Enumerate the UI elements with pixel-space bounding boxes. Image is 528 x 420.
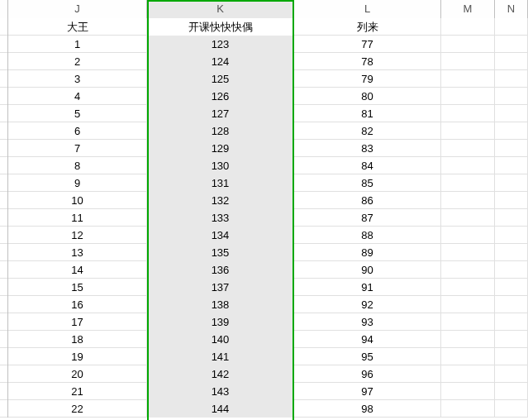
cell[interactable]: 84	[294, 157, 441, 174]
cell[interactable]: 6	[8, 122, 147, 140]
row-stub[interactable]	[0, 192, 8, 209]
cell[interactable]	[495, 70, 528, 88]
cell[interactable]: 12	[8, 227, 147, 244]
cell[interactable]: 82	[294, 122, 441, 140]
row-stub[interactable]	[0, 88, 8, 105]
cell[interactable]	[441, 383, 495, 400]
row-stub[interactable]	[0, 313, 8, 331]
cell[interactable]	[441, 122, 495, 140]
cell[interactable]: 16	[8, 296, 147, 313]
cell[interactable]	[495, 174, 528, 192]
cell[interactable]: 20	[8, 365, 147, 383]
cell[interactable]: 133	[147, 209, 294, 227]
row-stub[interactable]	[0, 383, 8, 400]
row-stub[interactable]	[0, 70, 8, 88]
cell[interactable]	[495, 88, 528, 105]
cell[interactable]	[441, 279, 495, 296]
row-stub[interactable]	[0, 36, 8, 53]
cell[interactable]: 131	[147, 174, 294, 192]
cell[interactable]	[495, 18, 528, 36]
cell[interactable]: 97	[294, 383, 441, 400]
cell[interactable]	[441, 244, 495, 261]
cell[interactable]: 5	[8, 105, 147, 122]
row-stub[interactable]	[0, 348, 8, 365]
cell[interactable]	[495, 105, 528, 122]
cell[interactable]: 138	[147, 296, 294, 313]
cell[interactable]	[495, 157, 528, 174]
cell[interactable]: 98	[294, 400, 441, 418]
cell[interactable]: 126	[147, 88, 294, 105]
row-stub[interactable]	[0, 279, 8, 296]
cell[interactable]	[495, 400, 528, 418]
cell[interactable]: 96	[294, 365, 441, 383]
cell[interactable]	[495, 122, 528, 140]
cell[interactable]: 89	[294, 244, 441, 261]
cell[interactable]: 列来	[294, 18, 441, 36]
row-stub[interactable]	[0, 105, 8, 122]
cell[interactable]	[441, 140, 495, 157]
cell[interactable]: 129	[147, 140, 294, 157]
cell[interactable]	[441, 18, 495, 36]
cell[interactable]: 4	[8, 88, 147, 105]
row-stub[interactable]	[0, 400, 8, 418]
cell[interactable]: 137	[147, 279, 294, 296]
cell[interactable]: 124	[147, 53, 294, 70]
cell[interactable]	[441, 192, 495, 209]
cell[interactable]: 144	[147, 400, 294, 418]
cell[interactable]: 136	[147, 261, 294, 279]
col-header-N[interactable]: N	[495, 0, 528, 18]
cell[interactable]: 22	[8, 400, 147, 418]
cell[interactable]	[441, 331, 495, 348]
cell[interactable]	[441, 88, 495, 105]
cell[interactable]	[495, 313, 528, 331]
cell[interactable]: 135	[147, 244, 294, 261]
cell[interactable]: 13	[8, 244, 147, 261]
cell[interactable]: 14	[8, 261, 147, 279]
row-stub[interactable]	[0, 244, 8, 261]
cell[interactable]: 141	[147, 348, 294, 365]
cell[interactable]	[441, 36, 495, 53]
cell[interactable]: 79	[294, 70, 441, 88]
cell[interactable]: 92	[294, 296, 441, 313]
row-stub[interactable]	[0, 122, 8, 140]
cell[interactable]: 94	[294, 331, 441, 348]
cell[interactable]	[441, 209, 495, 227]
cell[interactable]	[441, 157, 495, 174]
cell[interactable]	[495, 383, 528, 400]
cell[interactable]: 大王	[8, 18, 147, 36]
cell[interactable]: 2	[8, 53, 147, 70]
cell[interactable]: 93	[294, 313, 441, 331]
col-header-J[interactable]: J	[8, 0, 147, 18]
cell[interactable]: 125	[147, 70, 294, 88]
cell[interactable]	[495, 209, 528, 227]
cell[interactable]: 143	[147, 383, 294, 400]
cell[interactable]: 81	[294, 105, 441, 122]
cell[interactable]: 87	[294, 209, 441, 227]
cell[interactable]	[441, 296, 495, 313]
cell[interactable]	[495, 261, 528, 279]
cell[interactable]: 134	[147, 227, 294, 244]
col-header-K[interactable]: K	[147, 0, 294, 18]
cell[interactable]	[495, 192, 528, 209]
cell[interactable]: 91	[294, 279, 441, 296]
cell[interactable]: 19	[8, 348, 147, 365]
cell[interactable]: 18	[8, 331, 147, 348]
cell[interactable]	[495, 365, 528, 383]
cell[interactable]: 127	[147, 105, 294, 122]
cell[interactable]: 123	[147, 36, 294, 53]
cell[interactable]	[495, 227, 528, 244]
cell[interactable]: 132	[147, 192, 294, 209]
cell[interactable]	[495, 279, 528, 296]
cell[interactable]	[441, 174, 495, 192]
cell[interactable]	[441, 365, 495, 383]
cell[interactable]: 130	[147, 157, 294, 174]
cell[interactable]	[441, 70, 495, 88]
cell[interactable]	[495, 296, 528, 313]
cell[interactable]	[495, 331, 528, 348]
cell[interactable]: 9	[8, 174, 147, 192]
row-stub[interactable]	[0, 18, 8, 36]
cell[interactable]	[441, 105, 495, 122]
col-header-stub[interactable]	[0, 0, 8, 18]
cell[interactable]: 90	[294, 261, 441, 279]
cell[interactable]: 95	[294, 348, 441, 365]
